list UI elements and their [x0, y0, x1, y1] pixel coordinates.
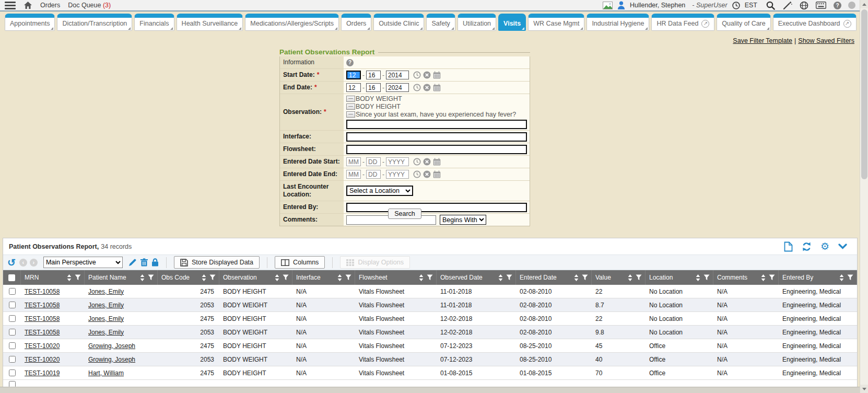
refresh-icon[interactable] [802, 242, 812, 251]
sort-icon[interactable] [202, 274, 206, 281]
entered-date-end-month-input[interactable] [346, 170, 361, 179]
clear-date-icon[interactable] [423, 71, 431, 79]
information-help-icon[interactable]: ? [346, 59, 354, 66]
sort-icon[interactable] [419, 274, 424, 281]
patient-name-link[interactable]: Jones, Emily [88, 288, 124, 295]
observation-search-input[interactable] [346, 120, 527, 129]
photo-icon[interactable] [603, 2, 613, 9]
sort-icon[interactable] [761, 274, 766, 281]
column-header-flowsheet[interactable]: Flowsheet [355, 270, 437, 285]
entered-date-start-year-input[interactable] [386, 157, 409, 166]
tab-medications-allergies-scripts[interactable]: Medications/Allergies/Scripts [245, 14, 339, 31]
row-checkbox[interactable] [9, 315, 16, 322]
tab-safety[interactable]: Safety [426, 14, 455, 31]
flowsheet-input[interactable] [346, 145, 527, 154]
home-icon[interactable] [24, 1, 32, 9]
filter-icon[interactable] [345, 274, 351, 281]
column-header-obs-code[interactable]: Obs Code [158, 270, 219, 285]
start-date-day-input[interactable] [366, 71, 381, 79]
row-checkbox[interactable] [9, 369, 16, 376]
tab-quality-of-care[interactable]: Quality of Care [717, 14, 770, 31]
calendar-icon[interactable] [433, 170, 441, 178]
sort-icon[interactable] [140, 274, 145, 281]
sort-icon[interactable] [67, 274, 72, 281]
gear-icon[interactable]: ⚙ [820, 242, 829, 250]
tab-visits[interactable]: Visits [498, 14, 526, 31]
filter-icon[interactable] [148, 274, 154, 281]
entered-date-end-day-input[interactable] [366, 170, 381, 179]
time-picker-icon[interactable] [413, 170, 421, 178]
clear-date-icon[interactable] [423, 170, 431, 178]
scrollbar-thumb[interactable] [861, 9, 867, 179]
column-header-observation[interactable]: Observation [219, 270, 292, 285]
calendar-icon[interactable] [433, 84, 441, 91]
clear-date-icon[interactable] [423, 84, 431, 91]
entered-date-end-year-input[interactable] [386, 170, 409, 179]
filter-icon[interactable] [582, 274, 588, 281]
sort-icon[interactable] [498, 274, 503, 281]
row-checkbox[interactable] [9, 342, 16, 349]
mrn-link[interactable]: TEST-10058 [25, 329, 60, 336]
filter-icon[interactable] [283, 274, 289, 281]
tab-orders[interactable]: Orders [341, 14, 371, 31]
scroll-up-button[interactable] [860, 0, 868, 8]
hamburger-menu-icon[interactable] [5, 2, 16, 9]
nav-doc-queue[interactable]: Doc Queue (3) [68, 2, 111, 9]
new-document-icon[interactable] [784, 241, 793, 252]
patient-name-link[interactable]: Hart, William [88, 369, 124, 377]
tab-hr-data-feed[interactable]: HR Data Feed↗ [651, 14, 714, 31]
calendar-icon[interactable] [433, 158, 441, 166]
tab-dictation-transcription[interactable]: Dictation/Transcription [57, 14, 132, 31]
mrn-link[interactable]: TEST-10020 [25, 342, 60, 350]
column-header-interface[interactable]: Interface [292, 270, 355, 285]
calendar-icon[interactable] [433, 71, 441, 79]
interface-input[interactable] [346, 132, 527, 142]
remove-observation-button[interactable]: — [346, 103, 355, 110]
filter-icon[interactable] [75, 274, 81, 281]
mrn-link[interactable]: TEST-10058 [25, 315, 60, 322]
start-date-month-input[interactable] [346, 71, 361, 79]
search-icon[interactable] [766, 1, 775, 10]
sort-icon[interactable] [628, 274, 632, 281]
filter-icon[interactable] [636, 274, 642, 281]
row-checkbox[interactable] [9, 329, 16, 336]
patient-name-link[interactable]: Growing, Joseph [88, 356, 135, 363]
sort-icon[interactable] [696, 274, 700, 281]
tab-outside-clinic[interactable]: Outside Clinic [373, 14, 424, 31]
column-header-patient-name[interactable]: Patient Name [85, 270, 158, 285]
patient-name-link[interactable]: Jones, Emily [88, 329, 124, 336]
scroll-down-button[interactable] [860, 385, 868, 393]
row-checkbox[interactable] [9, 356, 16, 363]
edit-perspective-icon[interactable] [128, 258, 137, 267]
mrn-link[interactable]: TEST-10058 [25, 302, 60, 309]
time-picker-icon[interactable] [413, 158, 421, 166]
filter-icon[interactable] [506, 274, 512, 281]
patient-name-link[interactable]: Growing, Joseph [88, 342, 135, 350]
time-picker-icon[interactable] [413, 84, 421, 91]
lock-perspective-icon[interactable] [151, 258, 159, 267]
entered-date-start-month-input[interactable] [346, 157, 361, 166]
columns-button[interactable]: Columns [275, 256, 325, 269]
delete-perspective-icon[interactable] [140, 258, 148, 267]
keyboard-icon[interactable] [816, 2, 826, 9]
start-date-year-input[interactable] [386, 71, 409, 79]
tab-wr-case-mgmt[interactable]: WR Case Mgmt [528, 14, 584, 31]
vertical-scrollbar[interactable] [860, 0, 868, 393]
last-encounter-location-select[interactable]: Select a Location [346, 186, 413, 196]
tab-appointments[interactable]: Appointments [5, 14, 55, 31]
column-header-observed-date[interactable]: Observed Date [437, 270, 516, 285]
collapse-chevron-icon[interactable] [838, 244, 847, 249]
tab-executive-dashboard[interactable]: Executive Dashboard↗ [773, 14, 857, 31]
undo-icon[interactable]: ↺ [7, 258, 16, 268]
column-header-mrn[interactable]: MRN [21, 270, 85, 285]
mrn-link[interactable]: TEST-10019 [25, 369, 60, 377]
store-displayed-data-button[interactable]: Store Displayed Data [174, 256, 260, 269]
sort-icon[interactable] [337, 274, 342, 281]
column-header-entered-by[interactable]: Entered By [779, 270, 857, 285]
filter-icon[interactable] [703, 274, 710, 281]
globe-icon[interactable] [800, 1, 808, 10]
end-date-day-input[interactable] [366, 83, 381, 92]
patient-name-link[interactable]: Jones, Emily [88, 302, 124, 309]
remove-observation-button[interactable]: — [346, 96, 355, 102]
search-button[interactable]: Search [388, 209, 421, 219]
